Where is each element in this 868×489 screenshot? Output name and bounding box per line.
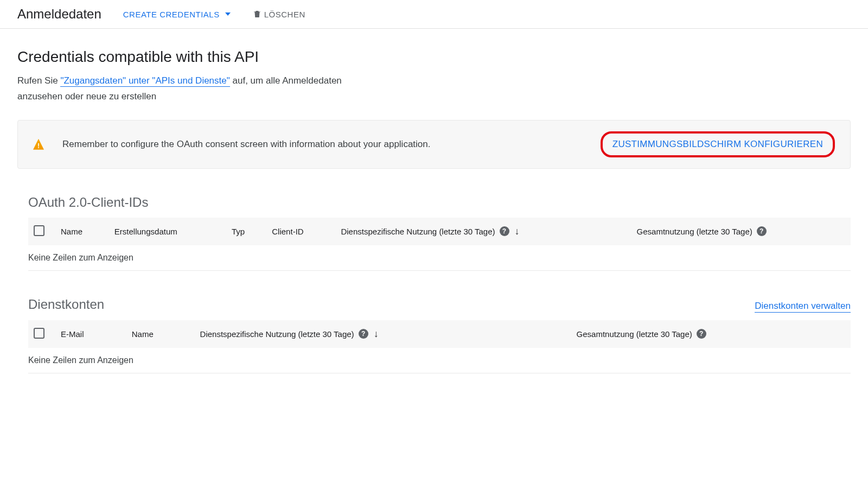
col-email[interactable]: E-Mail (54, 320, 125, 348)
alert-text: Remember to configure the OAuth consent … (62, 139, 430, 150)
col-service-usage-label: Dienstspezifische Nutzung (letzte 30 Tag… (200, 329, 354, 339)
col-total-usage-label: Gesamtnutzung (letzte 30 Tage) (637, 227, 752, 236)
page-title: Anmeldedaten (17, 7, 101, 22)
main-heading: Credentials compatible with this API (17, 48, 851, 66)
create-credentials-button[interactable]: CREATE CREDENTIALS (123, 10, 231, 19)
service-table: E-Mail Name Dienstspezifische Nutzung (l… (28, 320, 851, 348)
trash-icon (252, 9, 261, 19)
service-table-header-row: E-Mail Name Dienstspezifische Nutzung (l… (28, 320, 851, 348)
toolbar: Anmeldedaten CREATE CREDENTIALS LÖSCHEN (0, 0, 868, 29)
create-credentials-label: CREATE CREDENTIALS (123, 10, 220, 19)
select-all-checkbox[interactable] (34, 225, 44, 236)
credentials-link[interactable]: "Zugangsdaten" unter "APIs und Dienste" (60, 75, 229, 87)
service-empty-row: Keine Zeilen zum Anzeigen (28, 348, 851, 373)
sort-arrow-down-icon: ↓ (374, 328, 379, 340)
delete-label: LÖSCHEN (264, 10, 305, 19)
service-heading: Dienstkonten (28, 297, 104, 312)
help-icon[interactable]: ? (500, 226, 509, 236)
delete-button[interactable]: LÖSCHEN (252, 9, 305, 19)
col-name[interactable]: Name (125, 320, 194, 348)
oauth-section: OAuth 2.0-Client-IDs Name Erstellungsdat… (28, 195, 851, 271)
col-service-usage[interactable]: Dienstspezifische Nutzung (letzte 30 Tag… (194, 320, 570, 348)
col-total-usage-label: Gesamtnutzung (letzte 30 Tage) (577, 329, 692, 339)
oauth-table-header-row: Name Erstellungsdatum Typ Client-ID Dien… (28, 218, 851, 245)
col-created[interactable]: Erstellungsdatum (108, 218, 225, 245)
col-total-usage[interactable]: Gesamtnutzung (letzte 30 Tage) ? (630, 218, 851, 245)
chevron-down-icon (225, 12, 231, 16)
help-icon[interactable]: ? (359, 329, 368, 339)
alert-left: Remember to configure the OAuth consent … (33, 139, 430, 150)
oauth-empty-row: Keine Zeilen zum Anzeigen (28, 245, 851, 271)
sort-arrow-down-icon: ↓ (515, 226, 520, 237)
col-type[interactable]: Typ (225, 218, 265, 245)
help-icon[interactable]: ? (697, 329, 706, 339)
col-client-id[interactable]: Client-ID (265, 218, 334, 245)
alert-banner: Remember to configure the OAuth consent … (17, 120, 851, 169)
help-icon[interactable]: ? (757, 226, 767, 236)
intro-text: Rufen Sie "Zugangsdaten" unter "APIs und… (17, 73, 375, 105)
service-accounts-section: Dienstkonten Dienstkonten verwalten E-Ma… (28, 297, 851, 373)
select-all-checkbox[interactable] (34, 328, 44, 339)
col-service-usage-label: Dienstspezifische Nutzung (letzte 30 Tag… (341, 227, 495, 236)
warning-icon (33, 139, 44, 150)
intro-prefix: Rufen Sie (17, 75, 60, 86)
col-service-usage[interactable]: Dienstspezifische Nutzung (letzte 30 Tag… (334, 218, 630, 245)
manage-service-accounts-link[interactable]: Dienstkonten verwalten (755, 301, 851, 313)
col-name[interactable]: Name (54, 218, 108, 245)
col-total-usage[interactable]: Gesamtnutzung (letzte 30 Tage) ? (570, 320, 851, 348)
oauth-heading: OAuth 2.0-Client-IDs (28, 195, 148, 210)
content: Credentials compatible with this API Ruf… (0, 29, 868, 419)
oauth-table: Name Erstellungsdatum Typ Client-ID Dien… (28, 218, 851, 245)
configure-consent-button[interactable]: ZUSTIMMUNGSBILDSCHIRM KONFIGURIEREN (601, 131, 835, 157)
